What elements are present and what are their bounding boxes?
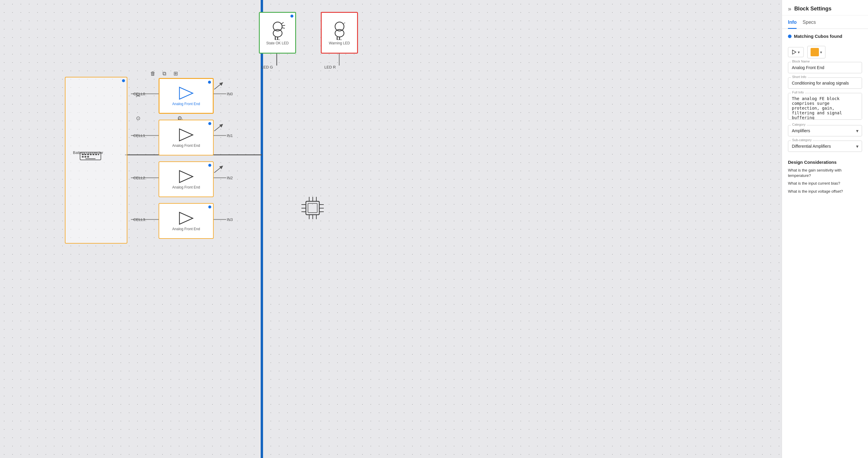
full-info-field: Full Info The analog FE block comprises … [788,93,862,121]
canvas-area[interactable]: 🗑 ⧉ ⊞ ✂ ⊙ ⚙ ↗↙ State OK LED [0,0,782,458]
svg-marker-42 [180,129,193,141]
led-g-label: LED G [261,65,273,69]
svg-line-12 [214,167,222,173]
afe3-icon [178,211,194,226]
sidebar: » Block Settings Info Specs Matching Cub… [782,0,868,458]
svg-rect-40 [85,159,95,159]
keyboard-icon [80,152,101,162]
subcategory-label: Sub-category [791,138,813,142]
block-name-field: Block Name [788,62,862,73]
afe2-icon [178,169,194,184]
svg-line-28 [343,22,345,24]
block-name-input[interactable] [788,62,862,73]
in1-label: IN1 [227,134,233,138]
consideration-0: What is the gain sensitivity with temper… [788,168,862,178]
copy-icon[interactable]: ⧉ [160,69,168,78]
category-select[interactable]: Amplifiers [788,125,862,136]
svg-rect-32 [87,154,89,155]
afe-block-0[interactable]: Analog Front End [159,78,214,114]
in3-label: IN3 [227,218,233,222]
afe3-label: Analog Front End [172,227,200,231]
consideration-1: What is the input current bias? [788,181,862,186]
subcategory-field: Sub-category Differential Amplifiers [788,141,862,152]
svg-marker-41 [180,87,193,99]
cell3-label: CELL3 [133,218,145,222]
full-info-label: Full Info [791,90,805,94]
color-swatch [811,48,819,56]
matching-cubos-row: Matching Cubos found [782,29,868,44]
target-icon[interactable]: ⊙ [134,114,142,122]
canvas-toolbar: 🗑 ⧉ ⊞ ✂ ⊙ ⚙ ↗↙ [149,69,180,78]
in2-label: IN2 [227,176,233,180]
afe-block-1[interactable]: Analog Front End [159,120,214,155]
color-dropdown-chevron: ▾ [820,50,822,55]
tabs-row: Info Specs [782,16,868,29]
matching-cubos-label: Matching Cubos found [794,34,842,39]
subcategory-select-wrapper: Differential Amplifiers [788,141,862,152]
play-icon [792,50,797,55]
svg-line-22 [282,28,285,28]
afe-block-3[interactable]: Analog Front End [159,203,214,239]
consideration-2: What is the input voltage offset? [788,189,862,194]
state-ok-led-label: State OK LED [266,41,289,45]
cell0-label: CELL0 [133,92,145,96]
afe-block-2[interactable]: Analog Front End [159,162,214,197]
matching-cubos-indicator [788,34,792,38]
svg-rect-35 [95,154,97,155]
sidebar-title: Block Settings [794,6,831,12]
svg-line-10 [214,83,222,89]
block-name-label: Block Name [791,60,811,63]
design-considerations-title: Design Considerations [788,160,862,165]
block-dot [290,15,293,18]
afe1-label: Analog Front End [172,144,200,148]
color-picker-button[interactable]: ▾ [807,46,826,58]
category-field: Category Amplifiers [788,125,862,136]
afe1-dot [208,122,211,125]
short-info-field: Short Info [788,78,862,89]
svg-rect-39 [87,156,89,158]
svg-line-21 [282,25,285,26]
afe0-dot [208,81,211,84]
svg-rect-33 [90,154,92,155]
in0-label: IN0 [227,92,233,96]
svg-rect-46 [308,203,317,212]
cell2-label: CELL2 [133,176,145,180]
duplicate-icon[interactable]: ⊞ [172,69,180,78]
short-info-input[interactable] [788,78,862,89]
led-r-label: LED R [324,65,336,69]
afe2-label: Analog Front End [172,185,200,190]
outer-block-dot [122,79,125,82]
svg-marker-59 [793,50,796,54]
svg-line-20 [281,22,284,24]
subcategory-select[interactable]: Differential Amplifiers [788,141,862,152]
warning-led-label: Warning LED [329,41,350,45]
warning-led-block[interactable]: Warning LED [321,12,358,54]
controls-row: ▾ ▾ [782,44,868,62]
svg-line-11 [214,125,222,131]
afe0-icon [178,86,194,101]
svg-rect-34 [93,154,94,155]
svg-rect-36 [98,154,99,155]
afe2-dot [208,164,211,167]
dropdown-chevron: ▾ [798,50,800,55]
state-ok-led-block[interactable]: State OK LED [259,12,296,54]
svg-marker-43 [180,171,193,182]
sidebar-collapse-button[interactable]: » [788,5,791,12]
category-label: Category [791,123,807,126]
full-info-textarea[interactable]: The analog FE block comprises surge prot… [788,93,862,120]
warning-led-icon [331,21,348,40]
led-icon [269,21,286,40]
play-button[interactable]: ▾ [788,47,804,57]
trash-icon[interactable]: 🗑 [149,69,157,78]
category-select-wrapper: Amplifiers [788,125,862,136]
svg-rect-31 [85,154,86,155]
form-section: Block Name Short Info Full Info The anal… [782,62,868,160]
afe0-label: Analog Front End [172,102,200,106]
afe1-icon [178,127,194,142]
cell1-label: CELL1 [133,134,145,138]
chip-block [301,196,324,220]
svg-rect-38 [85,156,86,158]
tab-info[interactable]: Info [788,16,797,29]
tab-specs[interactable]: Specs [803,16,816,29]
design-considerations-section: Design Considerations What is the gain s… [782,160,868,201]
